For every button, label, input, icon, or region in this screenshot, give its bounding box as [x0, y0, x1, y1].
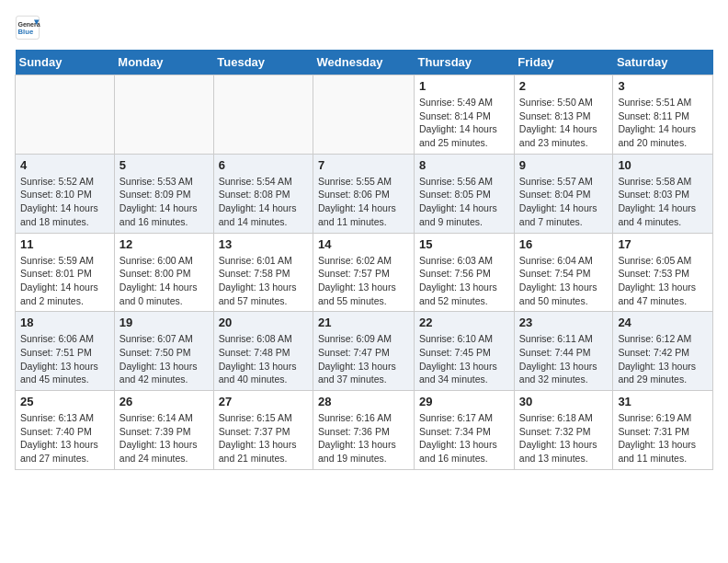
- calendar-cell: 3Sunrise: 5:51 AM Sunset: 8:11 PM Daylig…: [613, 75, 713, 155]
- calendar-cell: 31Sunrise: 6:19 AM Sunset: 7:31 PM Dayli…: [613, 391, 713, 470]
- day-info: Sunrise: 6:15 AM Sunset: 7:37 PM Dayligh…: [219, 411, 308, 465]
- day-info: Sunrise: 5:55 AM Sunset: 8:06 PM Dayligh…: [318, 175, 409, 229]
- day-number: 25: [20, 395, 109, 408]
- day-info: Sunrise: 6:03 AM Sunset: 7:56 PM Dayligh…: [419, 254, 509, 308]
- day-number: 1: [419, 79, 509, 93]
- weekday-header-wednesday: Wednesday: [313, 50, 415, 75]
- day-info: Sunrise: 5:54 AM Sunset: 8:08 PM Dayligh…: [219, 175, 308, 229]
- day-number: 10: [618, 158, 708, 172]
- calendar-cell: 4Sunrise: 5:52 AM Sunset: 8:10 PM Daylig…: [16, 154, 115, 233]
- calendar-week-row: 1Sunrise: 5:49 AM Sunset: 8:14 PM Daylig…: [16, 75, 713, 155]
- calendar-cell: 30Sunrise: 6:18 AM Sunset: 7:32 PM Dayli…: [514, 391, 613, 470]
- calendar-cell: [114, 75, 213, 155]
- logo: General Blue: [15, 15, 44, 40]
- calendar-cell: 29Sunrise: 6:17 AM Sunset: 7:34 PM Dayli…: [415, 391, 515, 470]
- day-info: Sunrise: 6:19 AM Sunset: 7:31 PM Dayligh…: [618, 411, 708, 465]
- weekday-header-thursday: Thursday: [415, 50, 515, 75]
- calendar-cell: 10Sunrise: 5:58 AM Sunset: 8:03 PM Dayli…: [613, 154, 713, 233]
- calendar-cell: 17Sunrise: 6:05 AM Sunset: 7:53 PM Dayli…: [613, 233, 713, 312]
- calendar-week-row: 18Sunrise: 6:06 AM Sunset: 7:51 PM Dayli…: [16, 312, 713, 391]
- day-number: 23: [519, 316, 609, 329]
- day-info: Sunrise: 6:12 AM Sunset: 7:42 PM Dayligh…: [618, 332, 708, 386]
- calendar-cell: 16Sunrise: 6:04 AM Sunset: 7:54 PM Dayli…: [514, 233, 613, 312]
- day-number: 22: [419, 316, 509, 329]
- day-info: Sunrise: 6:08 AM Sunset: 7:48 PM Dayligh…: [219, 332, 308, 386]
- calendar-cell: 20Sunrise: 6:08 AM Sunset: 7:48 PM Dayli…: [213, 312, 313, 391]
- calendar-cell: 28Sunrise: 6:16 AM Sunset: 7:36 PM Dayli…: [313, 391, 415, 470]
- day-number: 18: [20, 316, 109, 329]
- day-number: 16: [519, 237, 609, 251]
- calendar-cell: 25Sunrise: 6:13 AM Sunset: 7:40 PM Dayli…: [16, 391, 115, 470]
- day-number: 30: [519, 395, 609, 408]
- day-number: 19: [119, 316, 209, 329]
- calendar-cell: [16, 75, 115, 155]
- day-number: 17: [618, 237, 708, 251]
- weekday-header-row: SundayMondayTuesdayWednesdayThursdayFrid…: [16, 50, 713, 75]
- day-number: 26: [119, 395, 209, 408]
- calendar-cell: 9Sunrise: 5:57 AM Sunset: 8:04 PM Daylig…: [514, 154, 613, 233]
- day-number: 11: [20, 237, 109, 251]
- day-info: Sunrise: 5:53 AM Sunset: 8:09 PM Dayligh…: [119, 175, 209, 229]
- day-info: Sunrise: 5:52 AM Sunset: 8:10 PM Dayligh…: [20, 175, 109, 229]
- svg-text:Blue: Blue: [18, 28, 34, 36]
- day-number: 3: [618, 79, 708, 93]
- weekday-header-friday: Friday: [514, 50, 613, 75]
- day-info: Sunrise: 6:09 AM Sunset: 7:47 PM Dayligh…: [318, 332, 409, 386]
- day-number: 13: [219, 237, 308, 251]
- day-number: 5: [119, 158, 209, 172]
- day-number: 4: [20, 158, 109, 172]
- day-number: 21: [318, 316, 409, 329]
- calendar-week-row: 25Sunrise: 6:13 AM Sunset: 7:40 PM Dayli…: [16, 391, 713, 470]
- calendar-cell: [213, 75, 313, 155]
- day-info: Sunrise: 6:14 AM Sunset: 7:39 PM Dayligh…: [119, 411, 209, 465]
- day-number: 15: [419, 237, 509, 251]
- logo-icon: General Blue: [15, 15, 40, 40]
- day-info: Sunrise: 5:50 AM Sunset: 8:13 PM Dayligh…: [519, 96, 609, 150]
- calendar-cell: 7Sunrise: 5:55 AM Sunset: 8:06 PM Daylig…: [313, 154, 415, 233]
- day-info: Sunrise: 6:16 AM Sunset: 7:36 PM Dayligh…: [318, 411, 409, 465]
- day-info: Sunrise: 5:58 AM Sunset: 8:03 PM Dayligh…: [618, 175, 708, 229]
- calendar-cell: 21Sunrise: 6:09 AM Sunset: 7:47 PM Dayli…: [313, 312, 415, 391]
- day-info: Sunrise: 6:05 AM Sunset: 7:53 PM Dayligh…: [618, 254, 708, 308]
- day-number: 27: [219, 395, 308, 408]
- calendar-week-row: 11Sunrise: 5:59 AM Sunset: 8:01 PM Dayli…: [16, 233, 713, 312]
- weekday-header-tuesday: Tuesday: [213, 50, 313, 75]
- calendar-table: SundayMondayTuesdayWednesdayThursdayFrid…: [15, 50, 713, 470]
- calendar-cell: 27Sunrise: 6:15 AM Sunset: 7:37 PM Dayli…: [213, 391, 313, 470]
- calendar-cell: 18Sunrise: 6:06 AM Sunset: 7:51 PM Dayli…: [16, 312, 115, 391]
- day-info: Sunrise: 6:10 AM Sunset: 7:45 PM Dayligh…: [419, 332, 509, 386]
- day-number: 7: [318, 158, 409, 172]
- day-info: Sunrise: 6:13 AM Sunset: 7:40 PM Dayligh…: [20, 411, 109, 465]
- calendar-cell: 12Sunrise: 6:00 AM Sunset: 8:00 PM Dayli…: [114, 233, 213, 312]
- page-header: General Blue: [15, 15, 713, 40]
- day-info: Sunrise: 5:57 AM Sunset: 8:04 PM Dayligh…: [519, 175, 609, 229]
- day-number: 29: [419, 395, 509, 408]
- day-info: Sunrise: 6:06 AM Sunset: 7:51 PM Dayligh…: [20, 332, 109, 386]
- day-info: Sunrise: 5:56 AM Sunset: 8:05 PM Dayligh…: [419, 175, 509, 229]
- day-info: Sunrise: 6:18 AM Sunset: 7:32 PM Dayligh…: [519, 411, 609, 465]
- calendar-cell: 13Sunrise: 6:01 AM Sunset: 7:58 PM Dayli…: [213, 233, 313, 312]
- day-info: Sunrise: 6:04 AM Sunset: 7:54 PM Dayligh…: [519, 254, 609, 308]
- day-info: Sunrise: 5:49 AM Sunset: 8:14 PM Dayligh…: [419, 96, 509, 150]
- weekday-header-sunday: Sunday: [16, 50, 115, 75]
- calendar-cell: 8Sunrise: 5:56 AM Sunset: 8:05 PM Daylig…: [415, 154, 515, 233]
- calendar-cell: 11Sunrise: 5:59 AM Sunset: 8:01 PM Dayli…: [16, 233, 115, 312]
- day-info: Sunrise: 6:17 AM Sunset: 7:34 PM Dayligh…: [419, 411, 509, 465]
- calendar-cell: 2Sunrise: 5:50 AM Sunset: 8:13 PM Daylig…: [514, 75, 613, 155]
- day-number: 24: [618, 316, 708, 329]
- day-number: 6: [219, 158, 308, 172]
- day-number: 12: [119, 237, 209, 251]
- day-number: 28: [318, 395, 409, 408]
- day-info: Sunrise: 6:11 AM Sunset: 7:44 PM Dayligh…: [519, 332, 609, 386]
- day-info: Sunrise: 6:07 AM Sunset: 7:50 PM Dayligh…: [119, 332, 209, 386]
- calendar-cell: [313, 75, 415, 155]
- calendar-cell: 24Sunrise: 6:12 AM Sunset: 7:42 PM Dayli…: [613, 312, 713, 391]
- day-number: 31: [618, 395, 708, 408]
- day-number: 8: [419, 158, 509, 172]
- calendar-cell: 23Sunrise: 6:11 AM Sunset: 7:44 PM Dayli…: [514, 312, 613, 391]
- day-info: Sunrise: 5:59 AM Sunset: 8:01 PM Dayligh…: [20, 254, 109, 308]
- calendar-cell: 14Sunrise: 6:02 AM Sunset: 7:57 PM Dayli…: [313, 233, 415, 312]
- weekday-header-saturday: Saturday: [613, 50, 713, 75]
- day-info: Sunrise: 6:00 AM Sunset: 8:00 PM Dayligh…: [119, 254, 209, 308]
- day-number: 20: [219, 316, 308, 329]
